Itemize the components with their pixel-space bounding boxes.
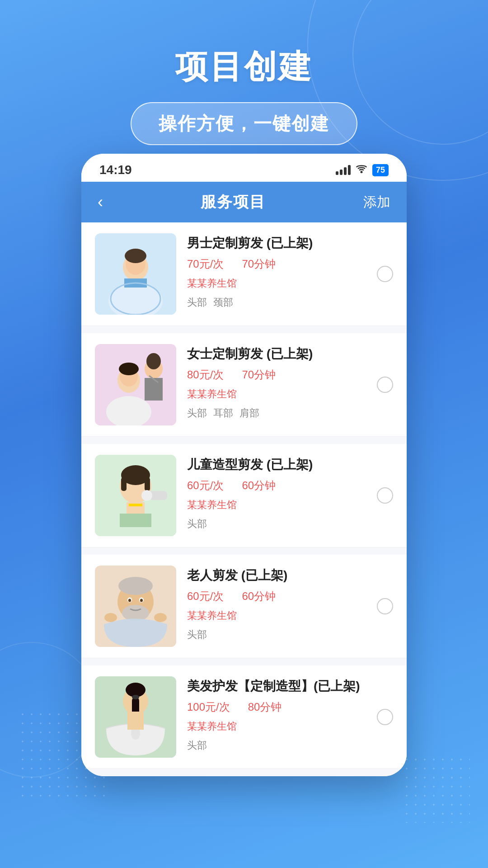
service-info: 美发护发【定制造型】(已上架) 100元/次 80分钟 某某养生馆 头部 xyxy=(187,676,393,752)
service-duration-5: 80分钟 xyxy=(248,700,282,714)
battery-badge: 75 xyxy=(372,164,389,176)
phone-mockup: 14:19 75 ‹ 服务项目 添加 xyxy=(81,154,407,776)
bg-decoration-dots-right xyxy=(402,755,470,823)
service-meta-3: 60元/次 60分钟 xyxy=(187,478,393,493)
service-checkbox-5[interactable] xyxy=(377,709,393,725)
service-name-1: 男士定制剪发 (已上架) xyxy=(187,235,393,251)
svg-point-30 xyxy=(118,577,153,595)
service-image-man xyxy=(95,233,176,315)
service-price-4: 60元/次 xyxy=(187,589,224,604)
service-image-child xyxy=(95,455,176,536)
nav-bar: ‹ 服务项目 添加 xyxy=(81,182,407,222)
tag-head: 头部 xyxy=(187,739,207,752)
tag-shoulder: 肩部 xyxy=(239,406,259,420)
svg-point-33 xyxy=(128,599,131,602)
svg-point-5 xyxy=(125,249,146,263)
service-image-elder xyxy=(95,566,176,647)
service-price-5: 100元/次 xyxy=(187,700,230,714)
service-info: 儿童造型剪发 (已上架) 60元/次 60分钟 某某养生馆 头部 xyxy=(187,455,393,531)
service-item[interactable]: 美发护发【定制造型】(已上架) 100元/次 80分钟 某某养生馆 头部 xyxy=(81,665,407,769)
service-price-3: 60元/次 xyxy=(187,478,224,493)
service-duration-3: 60分钟 xyxy=(242,478,276,493)
add-button[interactable]: 添加 xyxy=(363,193,390,212)
service-shop-5: 某某养生馆 xyxy=(187,720,393,733)
tag-head: 头部 xyxy=(187,406,207,420)
svg-rect-26 xyxy=(129,504,142,506)
service-name-4: 老人剪发 (已上架) xyxy=(187,567,393,584)
service-image-haircare xyxy=(95,676,176,758)
svg-point-34 xyxy=(140,599,143,602)
svg-point-15 xyxy=(119,363,139,375)
status-bar: 14:19 75 xyxy=(81,154,407,182)
tag-head: 头部 xyxy=(187,517,207,531)
tag-head: 头部 xyxy=(187,628,207,642)
service-info: 男士定制剪发 (已上架) 70元/次 70分钟 某某养生馆 头部 颈部 xyxy=(187,233,393,309)
service-duration-2: 70分钟 xyxy=(242,368,276,382)
nav-title: 服务项目 xyxy=(201,192,266,212)
wifi-icon xyxy=(355,164,368,176)
service-duration-1: 70分钟 xyxy=(242,257,276,271)
service-tags-2: 头部 耳部 肩部 xyxy=(187,406,393,420)
tag-ear: 耳部 xyxy=(213,406,233,420)
service-checkbox-1[interactable] xyxy=(377,266,393,282)
svg-point-36 xyxy=(154,613,167,622)
status-icons: 75 xyxy=(336,164,389,176)
service-item[interactable]: 老人剪发 (已上架) 60元/次 60分钟 某某养生馆 头部 xyxy=(81,555,407,658)
service-meta-4: 60元/次 60分钟 xyxy=(187,589,393,604)
service-info: 女士定制剪发 (已上架) 80元/次 70分钟 某某养生馆 头部 耳部 肩部 xyxy=(187,344,393,420)
svg-rect-21 xyxy=(145,477,150,491)
service-name-3: 儿童造型剪发 (已上架) xyxy=(187,457,393,473)
service-image-woman xyxy=(95,344,176,425)
service-list: 男士定制剪发 (已上架) 70元/次 70分钟 某某养生馆 头部 颈部 xyxy=(81,222,407,776)
svg-rect-44 xyxy=(127,712,144,730)
service-tags-3: 头部 xyxy=(187,517,393,531)
service-meta-1: 70元/次 70分钟 xyxy=(187,257,393,271)
svg-point-0 xyxy=(360,171,362,173)
svg-point-35 xyxy=(104,613,117,622)
tag-head: 头部 xyxy=(187,296,207,309)
back-button[interactable]: ‹ xyxy=(98,193,103,212)
service-checkbox-2[interactable] xyxy=(377,377,393,393)
service-shop-2: 某某养生馆 xyxy=(187,387,393,401)
service-tags-1: 头部 颈部 xyxy=(187,296,393,309)
svg-point-43 xyxy=(132,695,139,699)
service-meta-2: 80元/次 70分钟 xyxy=(187,368,393,382)
service-meta-5: 100元/次 80分钟 xyxy=(187,700,393,714)
tag-neck: 颈部 xyxy=(213,296,233,309)
signal-icon xyxy=(336,165,351,175)
page-title: 项目创建 xyxy=(0,45,488,89)
service-price-1: 70元/次 xyxy=(187,257,224,271)
service-shop-3: 某某养生馆 xyxy=(187,498,393,512)
service-tags-5: 头部 xyxy=(187,739,393,752)
service-name-5: 美发护发【定制造型】(已上架) xyxy=(187,678,393,694)
service-item[interactable]: 男士定制剪发 (已上架) 70元/次 70分钟 某某养生馆 头部 颈部 xyxy=(81,222,407,326)
service-item[interactable]: 女士定制剪发 (已上架) 80元/次 70分钟 某某养生馆 头部 耳部 肩部 xyxy=(81,333,407,437)
svg-point-25 xyxy=(141,490,152,501)
page-header: 项目创建 操作方便，一键创建 xyxy=(0,0,488,159)
service-checkbox-4[interactable] xyxy=(377,598,393,614)
subtitle-badge: 操作方便，一键创建 xyxy=(131,102,357,145)
svg-rect-10 xyxy=(145,378,163,401)
svg-point-11 xyxy=(146,353,161,369)
service-tags-4: 头部 xyxy=(187,628,393,642)
page-subtitle: 操作方便，一键创建 xyxy=(159,113,329,133)
service-shop-4: 某某养生馆 xyxy=(187,609,393,623)
service-item[interactable]: 儿童造型剪发 (已上架) 60元/次 60分钟 某某养生馆 头部 xyxy=(81,444,407,547)
status-time: 14:19 xyxy=(99,163,132,177)
service-shop-1: 某某养生馆 xyxy=(187,277,393,290)
service-checkbox-3[interactable] xyxy=(377,487,393,504)
service-duration-4: 60分钟 xyxy=(242,589,276,604)
service-price-2: 80元/次 xyxy=(187,368,224,382)
svg-rect-23 xyxy=(120,514,151,527)
svg-rect-20 xyxy=(121,477,127,491)
service-info: 老人剪发 (已上架) 60元/次 60分钟 某某养生馆 头部 xyxy=(187,566,393,642)
service-name-2: 女士定制剪发 (已上架) xyxy=(187,346,393,362)
